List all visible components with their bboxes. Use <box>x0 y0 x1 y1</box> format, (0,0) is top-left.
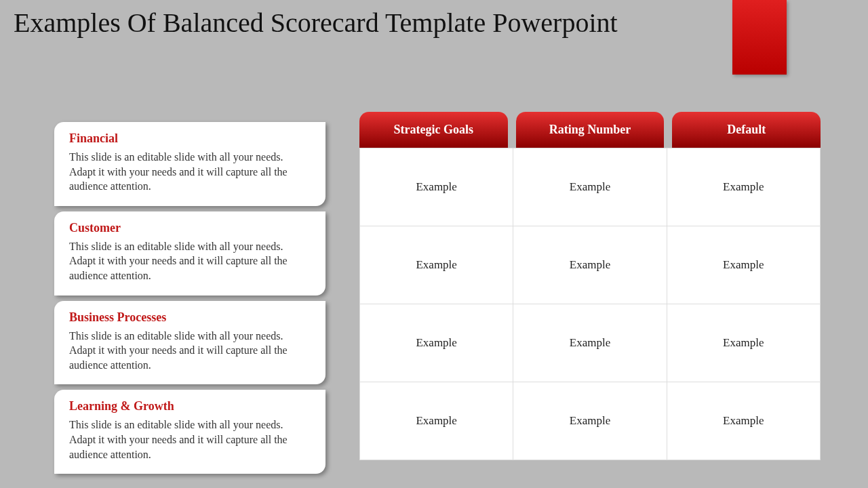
cell: Example <box>667 382 820 460</box>
card-learning-growth: Learning & Growth This slide is an edita… <box>54 390 326 474</box>
card-business-processes: Business Processes This slide is an edit… <box>54 301 326 385</box>
cell: Example <box>360 382 513 460</box>
col-header-strategic-goals: Strategic Goals <box>359 112 508 148</box>
cell: Example <box>513 148 667 226</box>
cell: Example <box>360 304 513 382</box>
card-title: Business Processes <box>69 310 311 325</box>
cell: Example <box>513 304 667 382</box>
card-title: Customer <box>69 221 311 235</box>
table-row: Example Example Example <box>360 304 821 382</box>
cell: Example <box>513 226 667 304</box>
col-header-rating-number: Rating Number <box>516 112 665 148</box>
table-header-row: Strategic Goals Rating Number Default <box>359 112 821 148</box>
accent-ribbon <box>732 0 787 75</box>
table-row: Example Example Example <box>360 148 821 226</box>
cell: Example <box>667 226 820 304</box>
table-row: Example Example Example <box>360 226 821 304</box>
cell: Example <box>667 148 820 226</box>
card-body: This slide is an editable slide with all… <box>69 329 311 373</box>
cell: Example <box>360 226 513 304</box>
perspective-cards: Financial This slide is an editable slid… <box>54 122 326 479</box>
cell: Example <box>667 304 820 382</box>
cell: Example <box>513 382 667 460</box>
card-title: Learning & Growth <box>69 399 311 413</box>
card-customer: Customer This slide is an editable slide… <box>54 211 326 296</box>
card-title: Financial <box>69 131 311 146</box>
col-header-default: Default <box>672 112 821 148</box>
data-grid: Example Example Example Example Example … <box>359 148 821 460</box>
table-row: Example Example Example <box>360 382 821 460</box>
scorecard-table: Strategic Goals Rating Number Default Ex… <box>359 112 821 460</box>
page-title: Examples Of Balanced Scorecard Template … <box>14 7 618 39</box>
card-body: This slide is an editable slide with all… <box>69 239 311 283</box>
card-body: This slide is an editable slide with all… <box>69 418 311 462</box>
card-body: This slide is an editable slide with all… <box>69 150 311 194</box>
cell: Example <box>360 148 513 226</box>
card-financial: Financial This slide is an editable slid… <box>54 122 326 206</box>
